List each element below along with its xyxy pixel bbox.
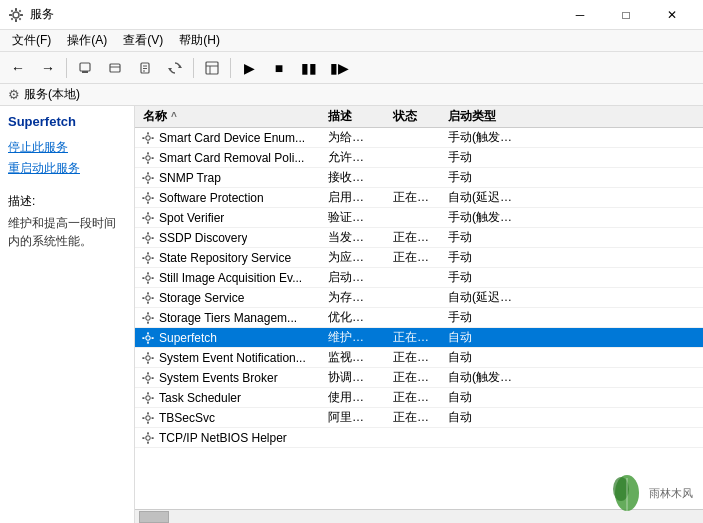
service-desc: 为存… <box>324 289 389 306</box>
export-list-button[interactable] <box>198 55 226 81</box>
restart-toolbar-button[interactable]: ▮▶ <box>325 55 353 81</box>
svg-rect-5 <box>11 9 14 12</box>
svg-rect-68 <box>147 312 149 314</box>
menubar: 文件(F) 操作(A) 查看(V) 帮助(H) <box>0 30 703 52</box>
svg-point-22 <box>146 135 150 139</box>
svg-rect-3 <box>9 14 12 16</box>
table-row[interactable]: Smart Card Removal Poli... 允许… 手动 <box>135 148 703 168</box>
show-hide-button[interactable] <box>101 55 129 81</box>
service-desc: 优化… <box>324 309 389 326</box>
table-row[interactable]: TBSecSvc 阿里… 正在… 自动 <box>135 408 703 428</box>
table-row[interactable]: Storage Service 为存… 自动(延迟… <box>135 288 703 308</box>
service-desc: 启用… <box>324 189 389 206</box>
svg-rect-45 <box>142 217 144 219</box>
table-row[interactable]: State Repository Service 为应… 正在… 手动 <box>135 248 703 268</box>
col-startup[interactable]: 启动类型 <box>444 108 524 125</box>
svg-rect-8 <box>19 17 22 20</box>
maximize-button[interactable]: □ <box>603 0 649 30</box>
svg-rect-73 <box>147 332 149 334</box>
up-button[interactable] <box>71 55 99 81</box>
minimize-button[interactable]: ─ <box>557 0 603 30</box>
service-desc: 验证… <box>324 209 389 226</box>
svg-point-32 <box>146 175 150 179</box>
table-row[interactable]: Software Protection 启用… 正在… 自动(延迟… <box>135 188 703 208</box>
service-name: System Events Broker <box>139 371 324 385</box>
play-button[interactable]: ▶ <box>235 55 263 81</box>
service-desc: 当发… <box>324 229 389 246</box>
svg-rect-30 <box>142 157 144 159</box>
svg-rect-50 <box>142 237 144 239</box>
table-row[interactable]: Superfetch 维护… 正在… 自动 <box>135 328 703 348</box>
service-desc: 为给… <box>324 129 389 146</box>
svg-rect-40 <box>142 197 144 199</box>
svg-rect-59 <box>147 281 149 283</box>
forward-button[interactable]: → <box>34 55 62 81</box>
stop-service-link[interactable]: 停止此服务 <box>8 139 126 156</box>
table-row[interactable]: SNMP Trap 接收… 手动 <box>135 168 703 188</box>
service-startup: 自动(延迟… <box>444 289 524 306</box>
table-row[interactable]: Storage Tiers Managem... 优化… 手动 <box>135 308 703 328</box>
svg-rect-35 <box>142 177 144 179</box>
svg-rect-58 <box>147 272 149 274</box>
col-status[interactable]: 状态 <box>389 108 444 125</box>
hscroll-thumb[interactable] <box>139 511 169 523</box>
col-name[interactable]: 名称 ^ <box>139 108 324 125</box>
svg-rect-6 <box>19 9 22 12</box>
menu-view[interactable]: 查看(V) <box>115 30 171 51</box>
svg-rect-90 <box>142 397 144 399</box>
service-desc: 监视… <box>324 349 389 366</box>
table-row[interactable]: SSDP Discovery 当发… 正在… 手动 <box>135 228 703 248</box>
refresh-button[interactable] <box>161 55 189 81</box>
service-desc: 接收… <box>324 169 389 186</box>
svg-rect-76 <box>152 337 154 339</box>
service-name: TBSecSvc <box>139 411 324 425</box>
svg-rect-23 <box>147 132 149 134</box>
window-title: 服务 <box>30 6 54 23</box>
titlebar-app-icon <box>8 7 24 23</box>
svg-rect-25 <box>142 137 144 139</box>
svg-rect-1 <box>15 8 17 11</box>
table-row[interactable]: Smart Card Device Enum... 为给… 手动(触发… <box>135 128 703 148</box>
sidebar: Superfetch 停止此服务 重启动此服务 描述: 维护和提高一段时间内的系… <box>0 106 135 523</box>
table-row[interactable]: TCP/IP NetBIOS Helper <box>135 428 703 448</box>
service-status: 正在… <box>389 409 444 426</box>
service-name: Software Protection <box>139 191 324 205</box>
svg-rect-51 <box>152 237 154 239</box>
svg-rect-88 <box>147 392 149 394</box>
svg-rect-60 <box>142 277 144 279</box>
properties-button[interactable] <box>131 55 159 81</box>
table-row[interactable]: System Events Broker 协调… 正在… 自动(触发… <box>135 368 703 388</box>
svg-rect-33 <box>147 172 149 174</box>
menu-file[interactable]: 文件(F) <box>4 30 59 51</box>
close-button[interactable]: ✕ <box>649 0 695 30</box>
service-startup: 自动(触发… <box>444 369 524 386</box>
table-row[interactable]: System Event Notification... 监视… 正在… 自动 <box>135 348 703 368</box>
table-row[interactable]: Task Scheduler 使用… 正在… 自动 <box>135 388 703 408</box>
svg-rect-63 <box>147 292 149 294</box>
service-name: Storage Service <box>139 291 324 305</box>
service-name: Smart Card Removal Poli... <box>139 151 324 165</box>
menu-help[interactable]: 帮助(H) <box>171 30 228 51</box>
sort-icon: ^ <box>171 111 177 122</box>
table-row[interactable]: Spot Verifier 验证… 手动(触发… <box>135 208 703 228</box>
service-startup: 自动 <box>444 329 524 346</box>
svg-rect-9 <box>80 63 90 71</box>
table-row[interactable]: Still Image Acquisition Ev... 启动… 手动 <box>135 268 703 288</box>
service-status: 正在… <box>389 229 444 246</box>
toolbar-separator-2 <box>193 58 194 78</box>
svg-rect-78 <box>147 352 149 354</box>
stop-button[interactable]: ■ <box>265 55 293 81</box>
service-startup: 手动(触发… <box>444 209 524 226</box>
svg-rect-95 <box>142 417 144 419</box>
pause-button[interactable]: ▮▮ <box>295 55 323 81</box>
restart-service-link[interactable]: 重启动此服务 <box>8 160 126 177</box>
service-status: 正在… <box>389 189 444 206</box>
service-status: 正在… <box>389 349 444 366</box>
service-name: Storage Tiers Managem... <box>139 311 324 325</box>
menu-action[interactable]: 操作(A) <box>59 30 115 51</box>
service-name: SNMP Trap <box>139 171 324 185</box>
toolbar-separator-1 <box>66 58 67 78</box>
svg-point-87 <box>146 395 150 399</box>
col-description[interactable]: 描述 <box>324 108 389 125</box>
back-button[interactable]: ← <box>4 55 32 81</box>
